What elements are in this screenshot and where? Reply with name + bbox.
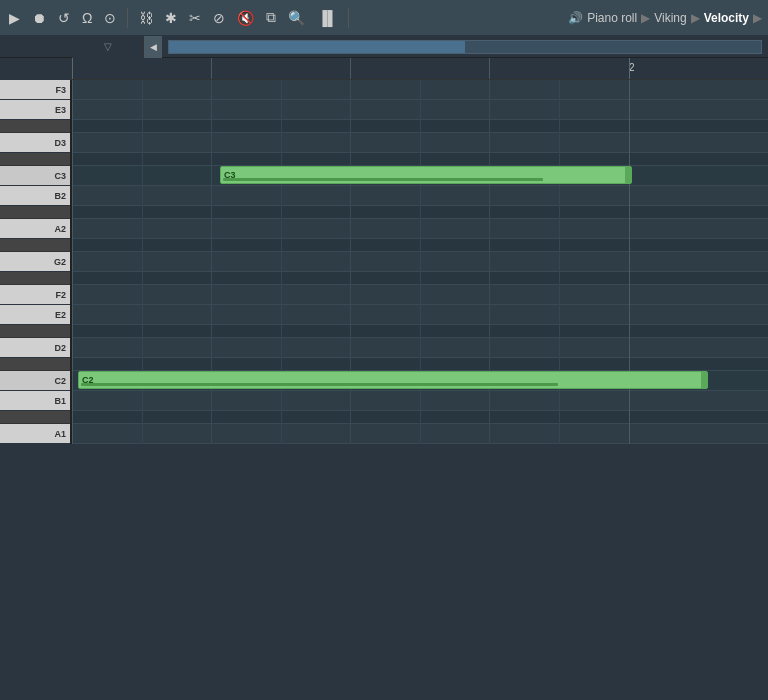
select-icon[interactable]: ⧉	[263, 7, 279, 28]
ruler-bar: 2	[0, 58, 768, 80]
vline-sub4	[559, 80, 560, 444]
vline-sub1	[142, 80, 143, 444]
piano-key-c2[interactable]: C2	[0, 371, 70, 391]
vline-bar2	[629, 80, 630, 444]
separator-1	[127, 8, 128, 28]
piano-key-b1[interactable]: B1	[0, 391, 70, 411]
note-c3-resize[interactable]	[625, 167, 631, 183]
breadcrumb-instrument: Viking	[654, 11, 686, 25]
piano-keys: F3 E3 D3 C3 B2 A2 G2 F2 E2	[0, 80, 72, 444]
piano-key-b2[interactable]: B2	[0, 186, 70, 206]
piano-key-c3[interactable]: C3	[0, 166, 70, 186]
piano-key-e3[interactable]: E3	[0, 100, 70, 120]
toolbar: ▶ ⏺ ↺ Ω ⊙ ⛓ ✱ ✂ ⊘ 🔇 ⧉ 🔍 ▐▌ 🔊 Piano roll …	[0, 0, 768, 36]
ruler-tick-bar2	[629, 58, 630, 79]
breadcrumb-sep2: ▶	[691, 11, 700, 25]
circle-icon[interactable]: ⊙	[101, 8, 119, 28]
piano-key-a2[interactable]: A2	[0, 219, 70, 239]
zoom-icon[interactable]: 🔍	[285, 8, 308, 28]
ruler-tick-beat1	[211, 58, 212, 79]
piano-key-e2[interactable]: E2	[0, 305, 70, 325]
breadcrumb: 🔊 Piano roll ▶ Viking ▶ Velocity ▶	[568, 11, 762, 25]
omega-icon[interactable]: Ω	[79, 8, 95, 28]
piano-key-f3[interactable]: F3	[0, 80, 70, 100]
note-c2-label: C2	[79, 375, 94, 385]
metronome-icon[interactable]: ▐▌	[314, 8, 340, 28]
no-icon[interactable]: ⊘	[210, 8, 228, 28]
record-icon[interactable]: ⏺	[29, 8, 49, 28]
ruler-ticks: 2	[72, 58, 768, 79]
content-area: 2 F3 E3 D3 C3 B2	[0, 58, 768, 444]
play-icon[interactable]: ▶	[6, 8, 23, 28]
note-c3-label: C3	[221, 170, 236, 180]
piano-key-a1[interactable]: A1	[0, 424, 70, 444]
piano-key-d3[interactable]: D3	[0, 133, 70, 153]
loop-icon[interactable]: ↺	[55, 8, 73, 28]
piano-key-bb2[interactable]	[0, 206, 70, 219]
vline-beat1	[211, 80, 212, 444]
vline-beat3	[489, 80, 490, 444]
note-c2-resize[interactable]	[701, 372, 707, 388]
breadcrumb-piano-roll: Piano roll	[587, 11, 637, 25]
timeline-scroll-left[interactable]: ◀	[144, 36, 162, 58]
scrollable-area: F3 E3 D3 C3 B2 A2 G2 F2 E2	[0, 80, 768, 444]
ruler-tick-1	[72, 58, 73, 79]
vline-sub2	[281, 80, 282, 444]
note-c3[interactable]: C3	[220, 166, 632, 184]
ruler-tick-beat3	[489, 58, 490, 79]
timeline: ▽ ◀	[0, 36, 768, 58]
piano-key-fs2[interactable]	[0, 272, 70, 285]
cut-icon[interactable]: ✂	[186, 8, 204, 28]
mute-icon[interactable]: 🔇	[234, 8, 257, 28]
piano-key-d2[interactable]: D2	[0, 338, 70, 358]
vline-sub3	[420, 80, 421, 444]
grid[interactable]: C3 C2	[72, 80, 768, 444]
piano-key-eb3[interactable]	[0, 120, 70, 133]
note-c3-velocity	[223, 178, 543, 181]
ruler-tick-beat2	[350, 58, 351, 79]
piano-key-f2[interactable]: F2	[0, 285, 70, 305]
piano-key-cs2[interactable]	[0, 358, 70, 371]
timeline-scrollbar[interactable]	[168, 40, 762, 54]
timeline-corner: ▽	[104, 41, 112, 52]
piano-key-g2[interactable]: G2	[0, 252, 70, 272]
star-icon[interactable]: ✱	[162, 8, 180, 28]
breadcrumb-speaker-icon: 🔊	[568, 11, 583, 25]
piano-key-cs3[interactable]	[0, 153, 70, 166]
timeline-scrollbar-thumb	[169, 41, 465, 53]
vline-bar1	[72, 80, 73, 444]
ruler-piano-space	[0, 58, 72, 80]
note-c2[interactable]: C2	[78, 371, 708, 389]
chain-icon[interactable]: ⛓	[136, 8, 156, 28]
piano-key-ab2[interactable]	[0, 239, 70, 252]
breadcrumb-arrow: ▶	[753, 11, 762, 25]
piano-key-eb2[interactable]	[0, 325, 70, 338]
piano-key-bb1[interactable]	[0, 411, 70, 424]
breadcrumb-sep1: ▶	[641, 11, 650, 25]
note-c2-velocity	[81, 383, 558, 386]
breadcrumb-parameter: Velocity	[704, 11, 749, 25]
separator-2	[348, 8, 349, 28]
vline-beat2	[350, 80, 351, 444]
